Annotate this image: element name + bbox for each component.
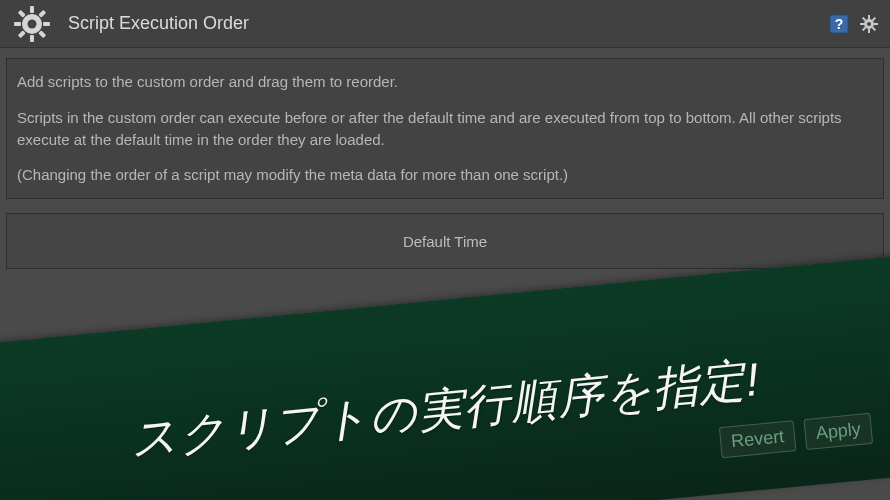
script-execution-order-window: Script Execution Order ? bbox=[0, 0, 890, 500]
info-description-box: Add scripts to the custom order and drag… bbox=[6, 58, 884, 199]
default-time-row[interactable]: Default Time bbox=[6, 213, 884, 269]
info-line-3: (Changing the order of a script may modi… bbox=[17, 164, 873, 186]
header-bar: Script Execution Order ? bbox=[0, 0, 890, 48]
settings-gear-icon[interactable] bbox=[858, 13, 880, 35]
svg-rect-2 bbox=[30, 6, 34, 13]
apply-button[interactable]: Apply bbox=[803, 413, 873, 450]
svg-point-1 bbox=[28, 19, 37, 28]
svg-point-13 bbox=[867, 22, 871, 26]
default-time-label: Default Time bbox=[403, 233, 487, 250]
svg-rect-6 bbox=[38, 9, 46, 17]
page-title: Script Execution Order bbox=[68, 13, 828, 34]
svg-rect-4 bbox=[14, 22, 21, 26]
svg-rect-3 bbox=[30, 35, 34, 42]
help-icon[interactable]: ? bbox=[828, 13, 850, 35]
svg-rect-9 bbox=[38, 30, 46, 38]
svg-rect-8 bbox=[18, 9, 26, 17]
header-gear-icon bbox=[10, 2, 54, 46]
svg-rect-15 bbox=[868, 29, 870, 33]
svg-rect-16 bbox=[860, 23, 864, 25]
svg-rect-14 bbox=[868, 15, 870, 19]
svg-rect-7 bbox=[18, 30, 26, 38]
info-line-2: Scripts in the custom order can execute … bbox=[17, 107, 873, 151]
info-line-1: Add scripts to the custom order and drag… bbox=[17, 71, 873, 93]
svg-rect-5 bbox=[43, 22, 50, 26]
banner-text: スクリプトの実行順序を指定! bbox=[128, 349, 763, 471]
svg-text:?: ? bbox=[835, 16, 844, 32]
header-icons: ? bbox=[828, 13, 880, 35]
svg-rect-17 bbox=[874, 23, 878, 25]
body-area: Add scripts to the custom order and drag… bbox=[0, 48, 890, 279]
banner-overlay: スクリプトの実行順序を指定! bbox=[0, 252, 890, 500]
